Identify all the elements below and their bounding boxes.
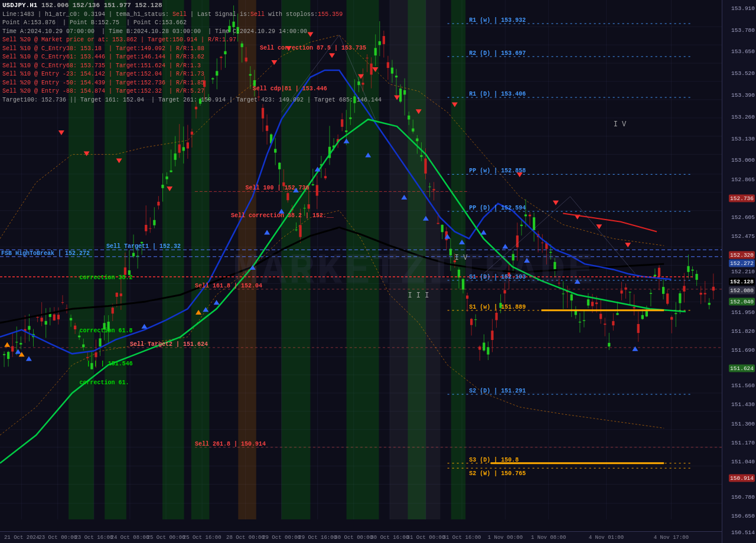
price-152272: 152.272: [729, 260, 755, 267]
time-23oct: 23 Oct 00:00: [38, 535, 77, 541]
price-153910: 153.910: [731, 5, 755, 11]
price-current: 152.128: [729, 277, 755, 285]
price-151040: 151.040: [731, 459, 755, 465]
price-151430: 151.430: [731, 401, 755, 408]
price-152080: 152.080: [729, 287, 755, 295]
time-1nov: 1 Nov 00:00: [488, 535, 523, 541]
price-150914: 150.914: [729, 474, 755, 482]
price-151624: 151.624: [729, 364, 755, 372]
price-153780: 153.780: [731, 27, 755, 33]
price-152040: 152.040: [729, 297, 755, 305]
price-153130: 153.130: [731, 135, 755, 142]
price-153520: 153.520: [731, 70, 755, 77]
price-151300: 151.300: [731, 420, 755, 427]
price-153390: 153.390: [731, 92, 755, 99]
main-chart: [0, 0, 722, 531]
price-scale: 153.910 153.780 153.650 153.520 153.390 …: [722, 0, 756, 543]
time-4nov01: 4 Nov 01:00: [589, 535, 624, 541]
price-152736: 152.736: [729, 194, 755, 202]
time-29oct: 29 Oct 00:00: [262, 535, 301, 541]
price-153260: 153.260: [731, 113, 755, 120]
time-30oct16: 30 Oct 16:00: [370, 535, 409, 541]
time-23oct16: 23 Oct 16:00: [74, 535, 113, 541]
price-152475: 152.475: [731, 233, 755, 240]
time-29oct16: 29 Oct 16:00: [298, 535, 337, 541]
time-25oct16: 25 Oct 16:00: [183, 535, 221, 541]
price-151170: 151.170: [731, 439, 755, 446]
price-150650: 150.650: [731, 513, 755, 519]
price-152320: 152.320: [729, 251, 755, 259]
price-151560: 151.560: [731, 382, 755, 389]
price-152605: 152.605: [731, 214, 755, 221]
time-31oct16: 31 Oct 16:00: [443, 535, 481, 541]
time-scale: 21 Oct 2024 23 Oct 00:00 23 Oct 16:00 24…: [0, 531, 722, 543]
time-31oct: 31 Oct 00:00: [407, 535, 445, 541]
time-21oct: 21 Oct 2024: [4, 535, 39, 541]
time-28oct: 28 Oct 00:00: [226, 535, 265, 541]
price-153650: 153.650: [731, 48, 755, 55]
price-152865: 152.865: [731, 176, 755, 182]
price-153000: 153.000: [731, 157, 755, 163]
time-1nov08: 1 Nov 08:00: [531, 535, 566, 541]
price-152210: 152.210: [731, 269, 755, 275]
chart-container: MARKETZITRADE USDJPY.H1 152.006 152/136 …: [0, 0, 756, 543]
time-25oct: 25 Oct 00:00: [147, 535, 185, 541]
time-24oct: 24 Oct 08:00: [111, 535, 149, 541]
time-30oct: 30 Oct 00:00: [334, 535, 373, 541]
price-150780: 150.780: [731, 493, 755, 500]
time-4nov17: 4 Nov 17:00: [654, 535, 689, 541]
price-151950: 151.950: [731, 309, 755, 316]
price-150514: 150.514: [731, 529, 755, 535]
price-151820: 151.820: [731, 328, 755, 335]
price-151690: 151.690: [731, 347, 755, 354]
